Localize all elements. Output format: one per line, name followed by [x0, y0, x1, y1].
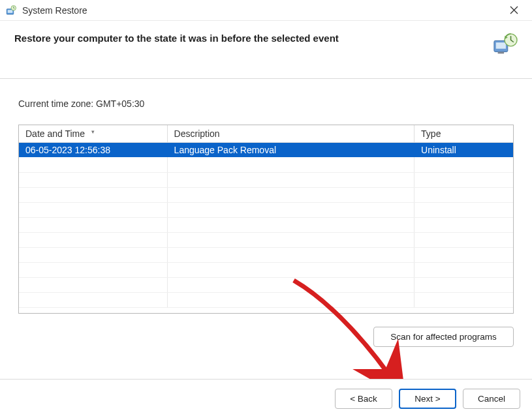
title-bar: System Restore	[0, 0, 532, 21]
table-cell	[19, 232, 167, 247]
table-cell	[415, 217, 513, 232]
table-row[interactable]	[19, 292, 513, 307]
table-cell: Language Pack Removal	[167, 142, 415, 157]
svg-rect-5	[498, 52, 505, 53]
table-cell	[167, 232, 415, 247]
table-row[interactable]	[19, 202, 513, 217]
table-row[interactable]	[19, 217, 513, 232]
table-cell	[167, 292, 415, 307]
window-title: System Restore	[22, 5, 501, 16]
wizard-button-bar: < Back Next > Cancel	[0, 379, 532, 418]
cancel-button[interactable]: Cancel	[463, 389, 520, 409]
table-cell	[19, 247, 167, 262]
restore-points-table[interactable]: Date and Time ▾ Description Type 06-05-2…	[18, 125, 514, 314]
table-cell	[19, 172, 167, 187]
back-button[interactable]: < Back	[335, 389, 392, 409]
table-cell	[19, 292, 167, 307]
column-type[interactable]: Type	[415, 125, 513, 142]
table-row[interactable]	[19, 172, 513, 187]
table-cell	[415, 277, 513, 292]
table-cell	[19, 202, 167, 217]
svg-rect-4	[496, 42, 506, 49]
table-cell	[167, 217, 415, 232]
table-cell	[167, 202, 415, 217]
table-cell: 06-05-2023 12:56:38	[19, 142, 167, 157]
table-row[interactable]: 06-05-2023 12:56:38Language Pack Removal…	[19, 142, 513, 157]
table-cell	[167, 277, 415, 292]
restore-icon	[493, 33, 518, 57]
timezone-label: Current time zone: GMT+05:30	[18, 98, 514, 109]
table-cell	[415, 292, 513, 307]
table-cell	[167, 187, 415, 202]
table-row[interactable]	[19, 277, 513, 292]
table-cell	[415, 157, 513, 172]
table-row[interactable]	[19, 262, 513, 277]
column-type-label: Type	[421, 128, 441, 139]
table-cell	[167, 157, 415, 172]
next-button[interactable]: Next >	[399, 389, 456, 409]
page-heading: Restore your computer to the state it wa…	[14, 33, 485, 44]
table-cell	[19, 262, 167, 277]
table-cell	[415, 187, 513, 202]
table-row[interactable]	[19, 157, 513, 172]
table-cell	[167, 262, 415, 277]
table-cell	[167, 247, 415, 262]
close-button[interactable]	[501, 1, 527, 20]
content-area: Current time zone: GMT+05:30 Date and Ti…	[0, 79, 532, 353]
table-cell	[19, 217, 167, 232]
table-cell	[19, 277, 167, 292]
column-date[interactable]: Date and Time ▾	[19, 125, 167, 142]
column-description-label: Description	[174, 128, 220, 139]
column-date-label: Date and Time	[25, 128, 85, 139]
table-cell	[167, 172, 415, 187]
app-icon	[5, 5, 17, 16]
table-cell	[19, 187, 167, 202]
table-row[interactable]	[19, 247, 513, 262]
table-cell	[415, 172, 513, 187]
column-description[interactable]: Description	[167, 125, 415, 142]
wizard-header: Restore your computer to the state it wa…	[0, 21, 532, 79]
table-cell	[19, 157, 167, 172]
table-cell	[415, 247, 513, 262]
table-cell	[415, 202, 513, 217]
table-cell	[415, 262, 513, 277]
scan-programs-button[interactable]: Scan for affected programs	[373, 327, 514, 347]
table-row[interactable]	[19, 232, 513, 247]
svg-rect-1	[8, 10, 13, 13]
sort-desc-icon: ▾	[91, 128, 95, 135]
table-cell: Uninstall	[415, 142, 513, 157]
table-cell	[415, 232, 513, 247]
table-row[interactable]	[19, 187, 513, 202]
